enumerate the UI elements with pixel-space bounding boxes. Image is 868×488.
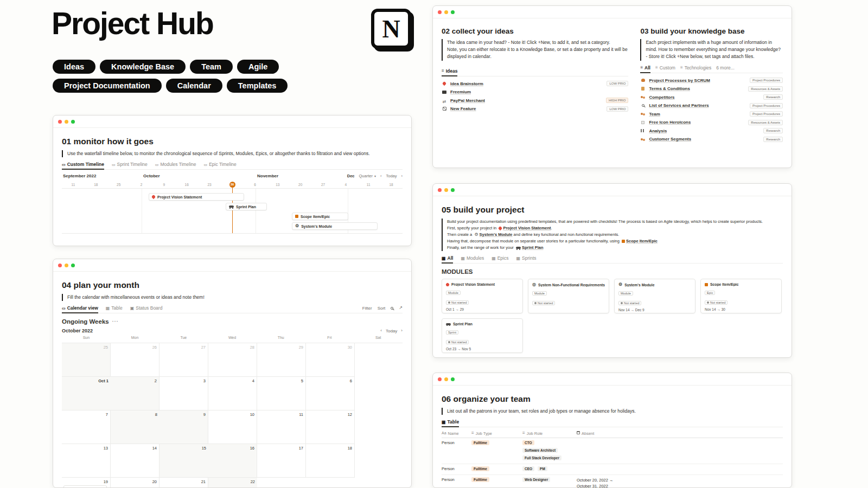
table-row[interactable]: Person Fulltime Web Designer October 20,… bbox=[442, 475, 783, 488]
calendar-cell[interactable]: 8 bbox=[111, 410, 159, 444]
list-item-paypal-merchant[interactable]: PayPal Merchant HIGH PRIO bbox=[442, 97, 628, 105]
list-item-services-partners[interactable]: List of Services and Partners Project Pr… bbox=[640, 101, 783, 110]
calendar-cell[interactable]: 16 bbox=[208, 444, 257, 478]
tab-custom-timeline[interactable]: Custom Timeline bbox=[62, 162, 104, 167]
tab-epics[interactable]: Epics bbox=[492, 255, 508, 261]
page-mention[interactable]: Sprint Plan bbox=[522, 245, 544, 250]
pill-project-documentation[interactable]: Project Documentation bbox=[53, 79, 162, 93]
zoom-button[interactable] bbox=[451, 377, 455, 381]
calendar-cell[interactable]: 22 bbox=[208, 478, 257, 488]
card-project-vision[interactable]: Project Vision Statement Module Not star… bbox=[442, 279, 523, 313]
tab-ideas[interactable]: Ideas bbox=[442, 68, 457, 74]
close-button[interactable] bbox=[438, 188, 442, 192]
tab-custom[interactable]: Custom bbox=[655, 65, 675, 70]
minimize-button[interactable] bbox=[444, 10, 448, 14]
card-sprint-plan[interactable]: Sprint Plan Sprint Not started Oct 23 → … bbox=[442, 318, 523, 353]
tab-sprint-timeline[interactable]: Sprint Timeline bbox=[112, 162, 148, 167]
today-button[interactable]: Today bbox=[386, 174, 397, 178]
sort-button[interactable]: Sort bbox=[378, 306, 386, 311]
calendar-cell[interactable]: 5 bbox=[257, 377, 306, 410]
calendar-event[interactable]: Meeting with Investor HIGH PRIO bbox=[63, 485, 107, 488]
tab-all[interactable]: All bbox=[640, 65, 650, 70]
calendar-cell[interactable]: 11 bbox=[257, 410, 306, 444]
chevron-right-icon[interactable] bbox=[401, 174, 403, 178]
calendar-cell[interactable]: 28 bbox=[208, 343, 257, 377]
pill-templates[interactable]: Templates bbox=[227, 79, 288, 93]
timeline-bar-systems-module[interactable]: System's Module bbox=[292, 222, 378, 230]
list-item-terms-conditions[interactable]: Terms & Conditions Resources & Assets bbox=[640, 85, 783, 93]
timeline-bar-sprint-plan[interactable]: Sprint Plan bbox=[226, 203, 267, 210]
pill-agile[interactable]: Agile bbox=[237, 60, 279, 74]
calendar-cell[interactable]: 6 bbox=[306, 377, 355, 410]
pill-calendar[interactable]: Calendar bbox=[166, 79, 222, 93]
list-item-scrum-processes[interactable]: Project Processes by SCRUM Project Proce… bbox=[640, 76, 783, 85]
filter-button[interactable]: Filter bbox=[362, 306, 372, 311]
close-button[interactable] bbox=[58, 120, 62, 124]
card-scope-item-epic[interactable]: Scope Item/Epic Epic Not started Nov 14 … bbox=[700, 279, 782, 313]
list-item-heroicons[interactable]: Free Icon HeroIcons Resources & Assets bbox=[640, 118, 783, 127]
pill-ideas[interactable]: Ideas bbox=[53, 60, 95, 74]
calendar-cell[interactable]: 12 bbox=[306, 410, 355, 444]
card-systems-module[interactable]: System's Module Module Not started Nov 1… bbox=[614, 279, 695, 313]
minimize-button[interactable] bbox=[444, 377, 448, 381]
tab-calendar-view[interactable]: Calendar view bbox=[62, 305, 98, 311]
calendar-cell[interactable]: 20 bbox=[111, 478, 159, 488]
timeline-bar-project-vision[interactable]: Project Vision Statement bbox=[149, 193, 244, 201]
tab-table[interactable]: Table bbox=[106, 305, 123, 311]
calendar-cell[interactable]: 25 bbox=[62, 343, 111, 377]
column-header[interactable]: Job Type bbox=[476, 431, 492, 436]
pill-team[interactable]: Team bbox=[190, 60, 233, 74]
list-item-competitors[interactable]: Competitors Research bbox=[640, 93, 783, 102]
table-row[interactable]: Person Fulltime CTO Software Architect F… bbox=[442, 438, 783, 464]
tab-epic-timeline[interactable]: Epic Timeline bbox=[204, 162, 237, 167]
calendar-cell[interactable]: 29 bbox=[257, 343, 306, 377]
more-options-icon[interactable] bbox=[112, 318, 119, 325]
pill-knowledge-base[interactable]: Knowledge Base bbox=[100, 60, 186, 74]
tab-modules-timeline[interactable]: Modules Timeline bbox=[155, 162, 196, 167]
tab-technologies[interactable]: Technologies bbox=[680, 65, 711, 70]
tab-all[interactable]: All bbox=[442, 255, 453, 261]
close-button[interactable] bbox=[438, 377, 442, 381]
calendar-cell[interactable]: 13 bbox=[62, 444, 111, 478]
list-item-idea-brainstorm[interactable]: Idea Brainstorm LOW PRIO bbox=[442, 80, 628, 88]
calendar-cell[interactable]: 10 bbox=[208, 410, 257, 444]
calendar-cell[interactable]: 27 bbox=[159, 343, 208, 377]
tab-more[interactable]: 6 more... bbox=[716, 65, 735, 70]
minimize-button[interactable] bbox=[444, 188, 448, 192]
calendar-cell[interactable]: 18 bbox=[306, 444, 355, 478]
zoom-button[interactable] bbox=[71, 120, 75, 124]
list-item-new-feature[interactable]: New Feature LOW PRIO bbox=[442, 105, 628, 113]
page-mention[interactable]: Scope Item/Epic bbox=[626, 239, 658, 243]
calendar-cell[interactable]: 9 bbox=[159, 410, 208, 444]
list-item-customer-segments[interactable]: Customer Segments Research bbox=[640, 135, 783, 144]
search-icon[interactable] bbox=[391, 307, 393, 310]
tab-table[interactable]: Table bbox=[442, 419, 459, 425]
calendar-cell[interactable]: 15 bbox=[159, 444, 208, 478]
table-row[interactable]: Person Fulltime CEO PM bbox=[442, 464, 783, 475]
calendar-cell[interactable]: 7 bbox=[62, 410, 111, 444]
column-header[interactable]: Job Role bbox=[527, 431, 543, 436]
tab-modules[interactable]: Modules bbox=[461, 255, 484, 261]
minimize-button[interactable] bbox=[65, 120, 68, 124]
calendar-cell[interactable]: 4 bbox=[208, 377, 257, 410]
tab-sprints[interactable]: Sprints bbox=[516, 255, 537, 261]
chevron-left-icon[interactable] bbox=[380, 329, 382, 333]
close-button[interactable] bbox=[438, 10, 442, 14]
quarter-select[interactable]: Quarter bbox=[359, 174, 376, 178]
calendar-cell[interactable]: 17 bbox=[257, 444, 306, 478]
calendar-cell[interactable]: 19 Meeting with Investor HIGH PRIO bbox=[62, 478, 111, 488]
zoom-button[interactable] bbox=[451, 188, 455, 192]
list-item-analysis[interactable]: Analysis Research bbox=[640, 127, 783, 136]
chevron-left-icon[interactable] bbox=[380, 174, 382, 178]
list-item-team[interactable]: Team Project Procedures bbox=[640, 110, 783, 119]
calendar-cell[interactable]: 3 bbox=[159, 377, 208, 410]
calendar-cell[interactable]: 21 bbox=[159, 478, 208, 488]
tab-status-board[interactable]: Status Board bbox=[130, 305, 163, 311]
card-non-functional-reqs[interactable]: System Non-Functional Requirements Modul… bbox=[528, 279, 609, 313]
list-item-freemium[interactable]: Freemium bbox=[442, 88, 628, 97]
today-button[interactable]: Today bbox=[386, 329, 397, 333]
page-mention[interactable]: Project Vision Statement bbox=[503, 226, 551, 230]
calendar-cell[interactable]: 30 bbox=[306, 343, 355, 377]
calendar-cell[interactable]: 26 bbox=[111, 343, 159, 377]
close-button[interactable] bbox=[58, 264, 62, 267]
